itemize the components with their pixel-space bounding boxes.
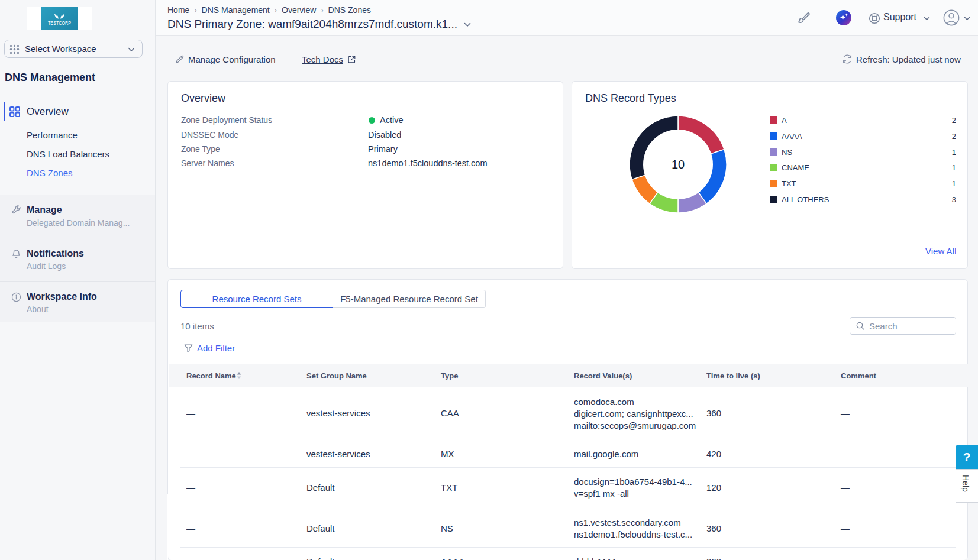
- svg-text:TESTCORP: TESTCORP: [48, 20, 71, 26]
- svg-text:10: 10: [672, 158, 685, 171]
